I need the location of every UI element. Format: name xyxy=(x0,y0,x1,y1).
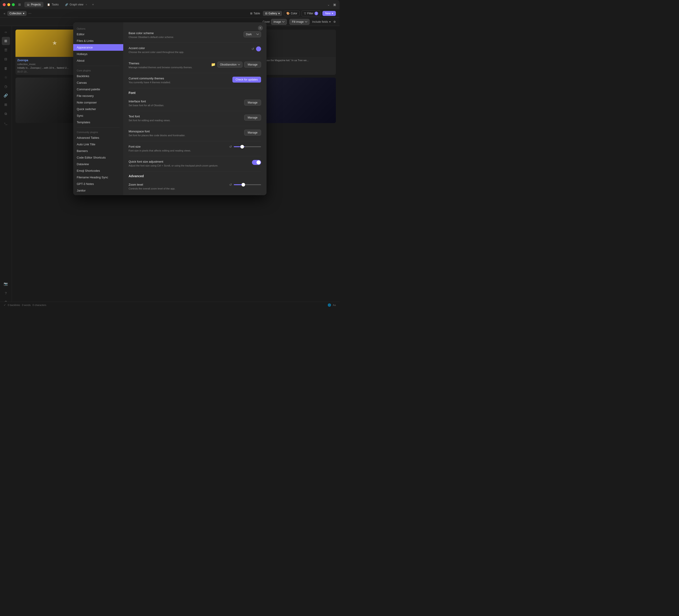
menu-item-backlinks[interactable]: Backlinks xyxy=(73,73,123,80)
menu-item-file-recovery[interactable]: File recovery xyxy=(73,93,123,99)
tab-bar: 🗂 Projects 📋 Tasks 🔗 Graph view × ＋ xyxy=(24,2,324,7)
menu-item-note-composer[interactable]: Note composer xyxy=(73,99,123,106)
theme-select[interactable]: Obsidianotion xyxy=(217,62,243,67)
tasks-tab-label: Tasks xyxy=(52,3,59,6)
menu-item-hotkeys[interactable]: Hotkeys xyxy=(73,51,123,57)
folder-icon[interactable]: 📁 xyxy=(211,62,216,67)
menu-item-emoji-shortcodes[interactable]: Emoji Shortcodes xyxy=(73,167,123,174)
toolbar: « Collection ▾ ··· ⊞ Table ⊟ Gallery ▾ 🎨… xyxy=(0,9,340,18)
community-themes-title: Current community themes xyxy=(129,76,229,80)
monospace-font-label: Monospace font Set font for places like … xyxy=(129,130,241,137)
section-divider-2 xyxy=(77,127,120,128)
close-tab-icon[interactable]: × xyxy=(86,3,87,6)
minimize-button[interactable] xyxy=(7,3,10,6)
table-icon: ⊞ xyxy=(250,12,252,15)
filter-button[interactable]: ▽ Filter 1 xyxy=(301,10,321,17)
gallery-icon: ⊟ xyxy=(265,12,267,15)
sidebar-toggle-icon[interactable]: ⊞ xyxy=(18,2,22,7)
layout-icon[interactable]: ▣ xyxy=(332,2,337,7)
color-label: Color xyxy=(291,12,297,15)
titlebar-right: ⌄ ▣ xyxy=(327,2,337,7)
menu-item-appearance[interactable]: Appearance xyxy=(73,44,123,51)
menu-item-quick-switcher[interactable]: Quick switcher xyxy=(73,106,123,112)
accent-color-control: ↺ xyxy=(252,47,261,52)
menu-item-advanced-tables[interactable]: Advanced Tables xyxy=(73,134,123,141)
menu-item-command-palette[interactable]: Command palette xyxy=(73,86,123,93)
filter-icon: ▽ xyxy=(304,12,306,15)
quick-font-size-toggle[interactable] xyxy=(252,160,261,165)
themes-manage-button[interactable]: Manage xyxy=(244,62,261,67)
text-font-row: Text font Set font for editing and readi… xyxy=(129,111,261,126)
themes-desc: Manage installed themes and browse commu… xyxy=(129,66,207,69)
color-palette-icon: 🎨 xyxy=(286,12,290,15)
community-plugins-header: Community plugins xyxy=(73,129,123,134)
check-updates-button[interactable]: Check for updates xyxy=(232,76,261,83)
fullscreen-button[interactable] xyxy=(12,3,15,6)
menu-item-sync[interactable]: Sync xyxy=(73,112,123,119)
left-sidebar-toggle[interactable]: « xyxy=(4,11,5,15)
menu-item-banners[interactable]: Banners xyxy=(73,148,123,154)
collection-button[interactable]: Collection ▾ xyxy=(7,11,27,16)
font-size-reset-icon[interactable]: ↺ xyxy=(229,145,232,149)
menu-item-editor[interactable]: Editor xyxy=(73,31,123,37)
menu-item-templates[interactable]: Templates xyxy=(73,119,123,126)
tab-graph[interactable]: 🔗 Graph view × xyxy=(62,2,90,7)
quick-font-size-control xyxy=(252,160,261,165)
gallery-label: Gallery xyxy=(268,12,277,15)
projects-tab-label: Projects xyxy=(31,3,41,6)
base-color-scheme-title: Base color scheme xyxy=(129,31,240,35)
menu-item-code-editor-shortcuts[interactable]: Code Editor Shortcuts xyxy=(73,154,123,161)
menu-item-janitor[interactable]: Janitor xyxy=(73,187,123,194)
color-button[interactable]: 🎨 Color xyxy=(284,11,300,16)
table-view-button[interactable]: ⊞ Table xyxy=(248,11,262,16)
interface-font-manage-button[interactable]: Manage xyxy=(244,100,261,105)
font-size-control: ↺ xyxy=(229,145,261,149)
base-color-scheme-control: Dark Light System xyxy=(244,31,261,37)
toggle-thumb xyxy=(257,160,261,164)
gallery-view-button[interactable]: ⊟ Gallery ▾ xyxy=(263,11,282,16)
menu-item-kindle-highlights[interactable]: Kindle Highlights xyxy=(73,194,123,195)
menu-item-filename-heading-sync[interactable]: Filename Heading Sync xyxy=(73,174,123,181)
add-tab-button[interactable]: ＋ xyxy=(91,2,95,7)
dialog-close-button[interactable]: × xyxy=(258,26,263,30)
tab-projects[interactable]: 🗂 Projects xyxy=(24,2,43,7)
menu-item-canvas[interactable]: Canvas xyxy=(73,80,123,86)
accent-reset-icon[interactable]: ↺ xyxy=(252,47,254,51)
accent-color-swatch[interactable] xyxy=(256,47,261,52)
new-chevron-icon: ▾ xyxy=(332,12,333,15)
new-label: New xyxy=(325,12,331,15)
accent-color-desc: Choose the accent color used throughout … xyxy=(129,51,248,54)
traffic-lights xyxy=(3,3,15,6)
filter-label: Filter xyxy=(307,12,313,15)
more-options-button[interactable]: ··· xyxy=(28,11,31,16)
gallery-chevron-icon: ▾ xyxy=(278,12,280,15)
menu-item-gpt3-notes[interactable]: GPT-3 Notes xyxy=(73,181,123,187)
text-font-manage-button[interactable]: Manage xyxy=(244,115,261,121)
settings-dialog: Options Editor Files & Links Appearance … xyxy=(73,22,266,195)
menu-item-files-links[interactable]: Files & Links xyxy=(73,37,123,44)
font-size-slider[interactable] xyxy=(234,146,261,147)
options-section-header: Options xyxy=(73,26,123,31)
font-size-row: Font size Font size in pixels that affec… xyxy=(129,141,261,156)
tab-list-icon[interactable]: ⌄ xyxy=(327,2,331,7)
monospace-font-desc: Set font for places like code blocks and… xyxy=(129,134,241,137)
tab-tasks[interactable]: 📋 Tasks xyxy=(44,2,61,7)
zoom-level-slider[interactable] xyxy=(234,184,261,185)
new-button[interactable]: New ▾ xyxy=(322,11,336,16)
zoom-reset-icon[interactable]: ↺ xyxy=(229,183,232,187)
text-font-title: Text font xyxy=(129,115,241,118)
zoom-level-row: Zoom level Controls the overall zoom lev… xyxy=(129,179,261,194)
quick-font-size-label: Quick font size adjustment Adjust the fo… xyxy=(129,160,248,167)
base-color-scheme-select[interactable]: Dark Light System xyxy=(244,31,261,37)
menu-item-auto-link-title[interactable]: Auto Link Title xyxy=(73,141,123,148)
text-font-control: Manage xyxy=(244,115,261,121)
graph-tab-label: Graph view xyxy=(70,3,84,6)
menu-item-about[interactable]: About xyxy=(73,57,123,64)
zoom-level-control: ↺ xyxy=(229,183,261,187)
collection-label: Collection xyxy=(9,12,22,15)
advanced-section-title: Advanced xyxy=(129,172,261,179)
close-button[interactable] xyxy=(3,3,6,6)
menu-item-dataview[interactable]: Dataview xyxy=(73,161,123,167)
monospace-font-manage-button[interactable]: Manage xyxy=(244,130,261,135)
community-themes-label: Current community themes You currently h… xyxy=(129,76,229,84)
